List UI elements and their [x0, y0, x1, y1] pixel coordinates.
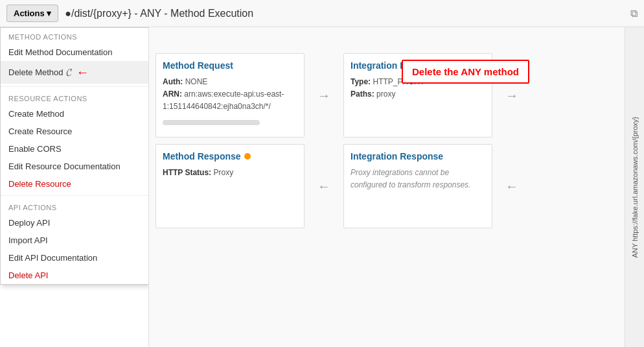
arrow-right-1: → — [305, 53, 343, 138]
menu-divider-2 — [1, 195, 148, 196]
right-panel-text: ANY https://fake.url.amazonaws.com/{prox… — [631, 117, 639, 257]
create-method-item[interactable]: Create Method — [1, 105, 148, 123]
resource-actions-label: RESOURCE ACTIONS — [1, 90, 148, 105]
main-layout: / ANY ▶ /dist ▶ /{proxy ANY ▶ /{proxy+} … — [0, 27, 644, 347]
content-area: Delete the ANY method Method Request Aut… — [149, 27, 625, 347]
red-arrow-icon: ← — [76, 65, 89, 80]
cursor-icon: 𝓒 — [66, 67, 71, 78]
delete-resource-item[interactable]: Delete Resource — [1, 175, 148, 193]
api-actions-label: API ACTIONS — [1, 198, 148, 214]
copy-icon[interactable]: ⧉ — [630, 8, 638, 19]
paths-key: Paths: — [351, 90, 374, 99]
method-response-card: Method Response HTTP Status: Proxy — [155, 144, 305, 228]
integration-response-text: Proxy integrations cannot be configured … — [351, 168, 470, 189]
actions-button[interactable]: Actions ▾ — [6, 5, 58, 22]
status-key: HTTP Status: — [163, 168, 211, 177]
method-actions-label: METHOD ACTIONS — [1, 28, 148, 43]
method-request-content: Auth: NONE ARN: arn:aws:execute-api:us-e… — [163, 76, 297, 125]
page-title: ●/dist/{proxy+} - ANY - Method Execution — [65, 8, 253, 19]
integration-response-title[interactable]: Integration Response — [351, 151, 485, 162]
arrow-left-2: ← — [492, 144, 531, 228]
arrow-left-1: ← — [305, 144, 343, 228]
create-resource-item[interactable]: Create Resource — [1, 123, 148, 140]
import-api-item[interactable]: Import API — [1, 232, 148, 249]
delete-tooltip: Delete the ANY method — [402, 60, 529, 84]
right-panel: ANY https://fake.url.amazonaws.com/{prox… — [625, 27, 644, 347]
arn-key: ARN: — [163, 90, 182, 99]
deploy-api-item[interactable]: Deploy API — [1, 214, 148, 232]
type-key: Type: — [351, 77, 371, 86]
integration-response-card: Integration Response Proxy integrations … — [343, 144, 492, 228]
enable-cors-item[interactable]: Enable CORS — [1, 140, 148, 158]
delete-method-item[interactable]: Delete Method 𝓒 ← — [1, 61, 148, 84]
sidebar: / ANY ▶ /dist ▶ /{proxy ANY ▶ /{proxy+} … — [0, 27, 149, 347]
method-request-title[interactable]: Method Request — [163, 60, 297, 71]
method-request-card: Method Request Auth: NONE ARN: arn:aws:e… — [155, 53, 305, 138]
delete-api-item[interactable]: Delete API — [1, 267, 148, 284]
method-response-content: HTTP Status: Proxy — [163, 167, 297, 179]
paths-val: proxy — [376, 90, 395, 99]
edit-api-doc-item[interactable]: Edit API Documentation — [1, 249, 148, 267]
integration-response-content: Proxy integrations cannot be configured … — [351, 167, 485, 191]
auth-val: NONE — [185, 77, 208, 86]
auth-key: Auth: — [163, 77, 183, 86]
menu-divider-1 — [1, 86, 148, 87]
edit-method-doc-item[interactable]: Edit Method Documentation — [1, 43, 148, 61]
method-response-title[interactable]: Method Response — [163, 151, 297, 162]
dropdown-menu: METHOD ACTIONS Edit Method Documentation… — [0, 27, 149, 285]
orange-dot-method-response — [244, 153, 251, 160]
delete-method-label: Delete Method — [8, 67, 63, 77]
top-bar: Actions ▾ ●/dist/{proxy+} - ANY - Method… — [0, 0, 644, 27]
scroll-bar[interactable] — [163, 120, 260, 125]
edit-resource-doc-item[interactable]: Edit Resource Documentation — [1, 158, 148, 175]
status-val: Proxy — [213, 168, 233, 177]
